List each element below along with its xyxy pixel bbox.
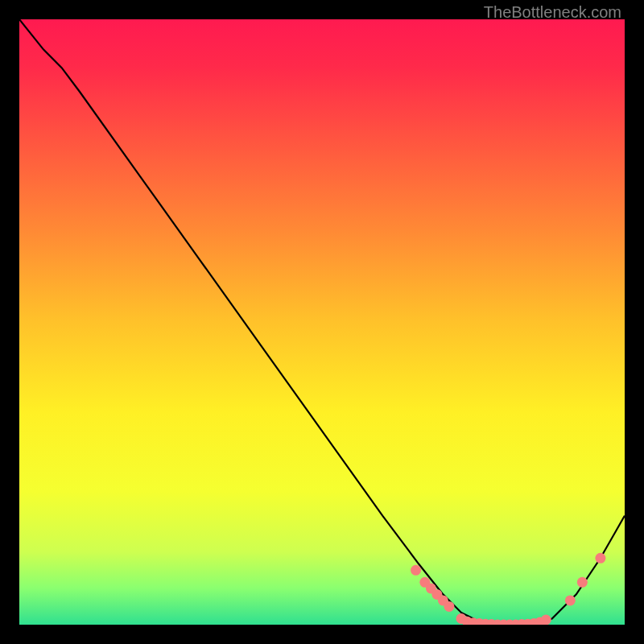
data-marker xyxy=(411,565,421,576)
watermark-text: TheBottleneck.com xyxy=(484,3,621,22)
chart-svg xyxy=(19,19,625,625)
chart-container: TheBottleneck.com xyxy=(0,0,644,644)
data-marker xyxy=(565,595,576,605)
plot-area xyxy=(19,19,625,625)
data-marker xyxy=(444,601,454,612)
gradient-background xyxy=(19,19,625,625)
data-marker xyxy=(595,553,605,564)
data-marker xyxy=(541,614,551,625)
data-marker xyxy=(577,577,588,588)
